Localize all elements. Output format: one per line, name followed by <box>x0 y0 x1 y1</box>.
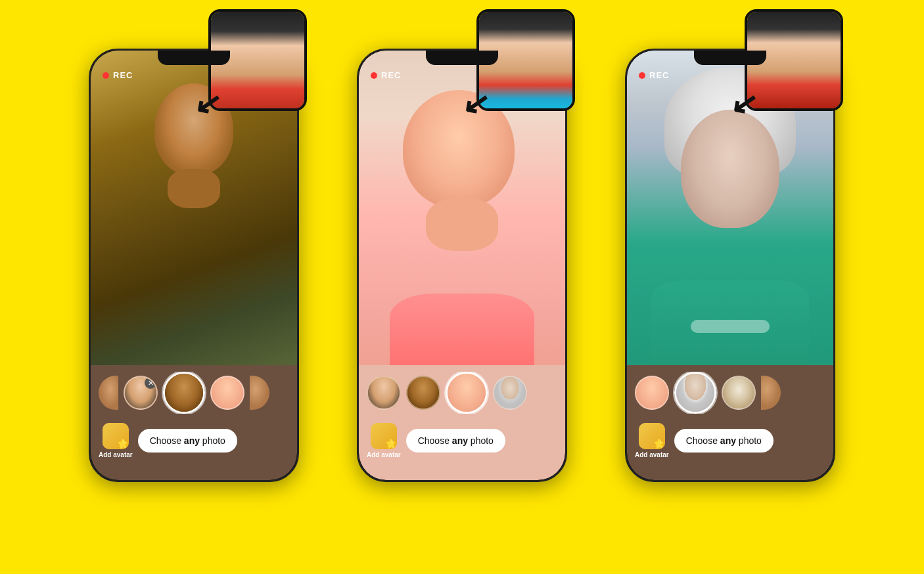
phone-notch-1 <box>158 51 230 65</box>
rec-dot-1 <box>103 72 109 79</box>
rec-label-1: REC <box>113 70 133 80</box>
rec-dot-2 <box>371 72 377 79</box>
choose-photo-text-2: Choose any photo <box>418 435 494 446</box>
avatar-monalisa-2[interactable] <box>406 376 440 410</box>
bottom-bar-2: ⭐ Add avatar Choose any photo <box>359 365 565 480</box>
bottom-bar-1: ✕ <box>91 365 297 480</box>
add-avatar-icon-1: ⭐ <box>103 423 129 449</box>
rec-indicator-1: REC <box>103 70 133 80</box>
avatar-row-1: ✕ <box>99 372 289 414</box>
avatar-row-3 <box>635 372 825 414</box>
avatar-queen-3[interactable] <box>674 372 716 414</box>
avatar-partial-right-1[interactable] <box>250 376 269 410</box>
rec-dot-3 <box>639 72 645 79</box>
rec-label-2: REC <box>381 70 401 80</box>
avatar-queen-2[interactable] <box>493 376 527 410</box>
add-avatar-label-2: Add avatar <box>367 451 401 458</box>
rec-label-3: REC <box>649 70 669 80</box>
bottom-bar-3: ⭐ Add avatar Choose any photo <box>627 365 833 480</box>
avatar-baby-1[interactable] <box>210 376 244 410</box>
avatar-monalisa-1[interactable] <box>163 372 205 414</box>
action-row-2: ⭐ Add avatar Choose any photo <box>367 423 505 458</box>
add-avatar-label-3: Add avatar <box>635 451 669 458</box>
avatar-woman-2[interactable] <box>367 376 401 410</box>
action-row-3: ⭐ Add avatar Choose any photo <box>635 423 774 458</box>
add-avatar-icon-2: ⭐ <box>371 423 397 449</box>
add-avatar-btn-3[interactable]: ⭐ Add avatar <box>635 423 669 458</box>
add-avatar-label-1: Add avatar <box>99 451 133 458</box>
choose-photo-text-1: Choose any photo <box>150 435 225 446</box>
rec-indicator-3: REC <box>639 70 669 80</box>
avatar-baby-3[interactable] <box>635 376 669 410</box>
avatar-partial-left-1[interactable] <box>99 376 118 410</box>
phone-notch-3 <box>694 51 766 65</box>
avatar-row-2 <box>367 372 557 414</box>
phones-container: ↙ REC <box>0 0 924 482</box>
phone-notch-2 <box>426 51 498 65</box>
avatar-partial-right-3[interactable] <box>761 376 781 410</box>
action-row-1: ⭐ Add avatar Choose any photo <box>99 423 237 458</box>
add-avatar-icon-3: ⭐ <box>639 423 665 449</box>
avatar-woman-1[interactable]: ✕ <box>124 376 158 410</box>
choose-photo-btn-3[interactable]: Choose any photo <box>674 429 774 453</box>
add-avatar-btn-2[interactable]: ⭐ Add avatar <box>367 423 401 458</box>
avatar-baby-2[interactable] <box>446 372 488 414</box>
choose-photo-btn-1[interactable]: Choose any photo <box>138 429 237 453</box>
close-icon-1[interactable]: ✕ <box>145 377 156 389</box>
phone-wrapper-1: ↙ REC <box>69 9 319 482</box>
avatar-dog-3[interactable] <box>722 376 756 410</box>
choose-photo-btn-2[interactable]: Choose any photo <box>406 429 505 453</box>
phone-wrapper-2: ↙ REC <box>337 9 587 482</box>
choose-photo-text-3: Choose any photo <box>686 435 762 446</box>
phone-wrapper-3: ↙ REC <box>605 9 855 482</box>
add-avatar-btn-1[interactable]: ⭐ Add avatar <box>99 423 133 458</box>
rec-indicator-2: REC <box>371 70 401 80</box>
